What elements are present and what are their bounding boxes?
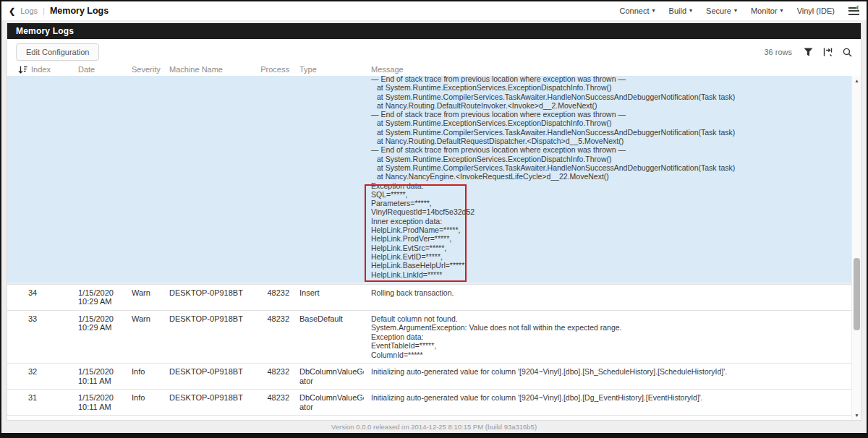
- cell-severity: Info: [132, 393, 169, 403]
- cell-type: DbColumnValueGenerator: [292, 367, 364, 385]
- log-message-line: at Nancy.Routing.DefaultRouteInvoker.<In…: [371, 101, 861, 110]
- cell-severity: Warn: [132, 314, 169, 324]
- menu-vinyl-ide[interactable]: Vinyl (IDE): [797, 7, 835, 15]
- cell-date: 1/15/2020 10:11 AM: [78, 419, 132, 420]
- log-rows: 34 1/15/2020 10:29 AM Warn DESKTOP-0P918…: [7, 284, 861, 420]
- log-row[interactable]: 34 1/15/2020 10:29 AM Warn DESKTOP-0P918…: [7, 284, 861, 310]
- cell-process: 48232: [258, 419, 292, 420]
- menu-secure-label: Secure: [706, 7, 731, 15]
- column-header-date[interactable]: Date: [78, 65, 132, 74]
- toolbar-tools: 36 rows: [764, 48, 852, 57]
- column-header-severity[interactable]: Severity: [132, 65, 169, 74]
- cell-date: 1/15/2020 10:29 AM: [78, 288, 132, 306]
- menu-build[interactable]: Build ▾: [669, 7, 692, 15]
- cell-message: The service has successfully started up.: [364, 419, 861, 420]
- back-icon[interactable]: ❮: [9, 7, 15, 15]
- app-window: ❮ Logs | Memory Logs Connect ▾ Build ▾ S…: [0, 0, 868, 438]
- cell-type: DbColumnValueGenerator: [292, 393, 364, 411]
- column-header-message[interactable]: Message: [364, 65, 861, 74]
- log-message-line: SQL=*****,: [371, 190, 861, 199]
- log-message-line: HelpLink.EvtID=*****,: [371, 252, 861, 261]
- menu-vinyl-ide-label: Vinyl (IDE): [797, 7, 835, 15]
- cell-type: BackgroundServiceMa: [292, 419, 364, 420]
- menu-build-label: Build: [669, 7, 686, 15]
- cell-line: Default column not found.: [371, 314, 861, 324]
- breadcrumb: ❮ Logs | Memory Logs: [9, 6, 109, 16]
- cell-process: 48232: [258, 288, 292, 298]
- cell-line: DbColumnValueGener: [299, 367, 364, 377]
- log-message-line: at System.Runtime.CompilerServices.TaskA…: [371, 93, 861, 101]
- column-header-machine-name[interactable]: Machine Name: [169, 65, 258, 74]
- scrollbar-thumb[interactable]: [854, 258, 860, 330]
- green-arrow-icon: [856, 4, 861, 9]
- log-message-line: Exception data:: [371, 181, 861, 190]
- sort-icon[interactable]: [18, 66, 27, 74]
- cell-date: 1/15/2020 10:11 AM: [78, 367, 132, 385]
- footer: Version 0.0.0 released on 2014-12-25 8:1…: [7, 421, 861, 433]
- scroll-up-icon[interactable]: ▲: [852, 78, 861, 83]
- cell-machine-name: DESKTOP-0P918BT: [169, 314, 258, 324]
- log-message-line: HelpLink.ProdVer=*****,: [371, 234, 861, 243]
- log-row[interactable]: 31 1/15/2020 10:11 AM Info DESKTOP-0P918…: [7, 389, 861, 415]
- edit-configuration-button[interactable]: Edit Configuration: [16, 43, 99, 61]
- log-message-line: at System.Runtime.ExceptionServices.Exce…: [371, 119, 861, 127]
- log-message-line: at Nancy.NancyEngine.<InvokeRequestLifeC…: [371, 172, 861, 181]
- breadcrumb-section[interactable]: Logs: [20, 7, 38, 15]
- cell-type: Insert: [292, 288, 364, 298]
- log-message-line: HelpLink.BaseHelpUrl=*****,: [371, 261, 861, 270]
- log-message-line: — End of stack trace from previous locat…: [371, 110, 861, 119]
- log-row[interactable]: 30 1/15/2020 10:11 AM Info DESKTOP-0P918…: [7, 415, 861, 420]
- chevron-down-icon: ▾: [780, 8, 783, 14]
- cell-line: ator: [299, 377, 364, 386]
- table-header: Index Date Severity Machine Name Process…: [7, 64, 861, 76]
- cell-line: System.ArgumentException: Value does not…: [371, 323, 861, 332]
- cell-process: 48232: [258, 393, 292, 403]
- menu-connect[interactable]: Connect ▾: [620, 7, 655, 15]
- cell-line: Initializing auto-generated value for co…: [371, 393, 861, 403]
- log-message-line: at System.Runtime.ExceptionServices.Exce…: [371, 155, 861, 163]
- row-count-label: 36 rows: [764, 48, 792, 56]
- log-message-line: HelpLink.LinkId=*****: [371, 270, 861, 279]
- annotation-red-box: SQL=*****,Parameters=*****,VinylRequestI…: [371, 190, 861, 279]
- log-message-line: VinylRequestId=14bcf5e32d52: [371, 207, 861, 216]
- cell-index: 33: [16, 314, 78, 324]
- chevron-down-icon: ▾: [734, 8, 737, 14]
- menu-secure[interactable]: Secure ▾: [706, 7, 737, 15]
- cell-message: Initializing auto-generated value for co…: [364, 393, 861, 403]
- column-header-type[interactable]: Type: [292, 65, 364, 74]
- log-message-line: at Nancy.Routing.DefaultRequestDispatche…: [371, 137, 861, 145]
- menu-icon[interactable]: [848, 7, 859, 15]
- cell-index: 34: [16, 288, 78, 298]
- log-message-line: Inner exception data:: [371, 217, 861, 226]
- vertical-scrollbar[interactable]: ▲ ▼: [851, 76, 861, 420]
- menu-monitor-label: Monitor: [751, 7, 778, 15]
- cell-message: Rolling back transaction.: [364, 288, 861, 298]
- column-header-index[interactable]: Index: [31, 65, 51, 74]
- log-row[interactable]: 32 1/15/2020 10:11 AM Info DESKTOP-0P918…: [7, 363, 861, 389]
- cell-line: DbColumnValueGener: [299, 393, 364, 403]
- cell-line: Initializing auto-generated value for co…: [371, 367, 861, 377]
- page-title: Memory Logs: [50, 6, 109, 16]
- chevron-down-icon: ▾: [689, 8, 692, 14]
- log-message-line: HelpLink.ProdName=*****,: [371, 226, 861, 234]
- filter-icon[interactable]: [804, 48, 813, 56]
- export-icon[interactable]: [823, 48, 833, 56]
- cell-index: 31: [16, 393, 78, 403]
- log-message-line: — End of stack trace from previous locat…: [371, 76, 861, 83]
- cell-index: 32: [16, 367, 78, 377]
- cell-machine-name: DESKTOP-0P918BT: [169, 288, 258, 298]
- scroll-down-icon[interactable]: ▼: [852, 413, 861, 418]
- menu-monitor[interactable]: Monitor ▾: [751, 7, 783, 15]
- selected-log-row[interactable]: — End of stack trace from previous locat…: [7, 76, 861, 284]
- cell-date: 1/15/2020 10:29 AM: [78, 314, 132, 332]
- search-icon[interactable]: [843, 48, 852, 57]
- log-message-line: at System.Runtime.ExceptionServices.Exce…: [371, 83, 861, 92]
- log-message-line: HelpLink.EvtSrc=*****,: [371, 244, 861, 252]
- cell-line: Exception data:: [371, 332, 861, 342]
- log-row[interactable]: 33 1/15/2020 10:29 AM Warn DESKTOP-0P918…: [7, 310, 861, 364]
- column-header-process[interactable]: Process: [258, 65, 292, 74]
- log-message-line: at System.Runtime.CompilerServices.TaskA…: [371, 128, 861, 137]
- cell-severity: Warn: [132, 288, 169, 298]
- cell-line: The service has successfully started up.: [371, 419, 861, 420]
- version-text: Version 0.0.0 released on 2014-12-25 8:1…: [331, 423, 537, 431]
